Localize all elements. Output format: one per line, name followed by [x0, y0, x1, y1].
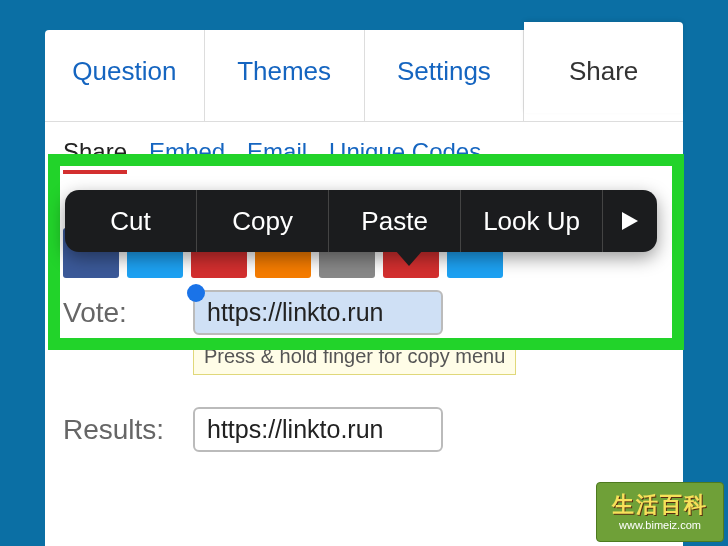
share-panel: Question Themes Settings Share Share Emb… [45, 30, 683, 546]
vote-url-input[interactable]: https://linkto.run [193, 290, 443, 335]
text-context-menu: Cut Copy Paste Look Up [65, 190, 657, 252]
tab-question[interactable]: Question [45, 30, 205, 121]
vote-url-container: https://linkto.run Press & hold finger f… [193, 290, 443, 335]
subtab-unique-codes[interactable]: Unique Codes [329, 138, 481, 174]
selection-handle-icon[interactable] [187, 284, 205, 302]
svg-marker-0 [622, 212, 638, 230]
tab-settings[interactable]: Settings [365, 30, 525, 121]
results-row: Results: https://linkto.run [63, 407, 665, 452]
vote-label: Vote: [63, 297, 173, 329]
menu-paste[interactable]: Paste [329, 190, 461, 252]
share-subtabs: Share Embed Email Unique Codes [45, 122, 683, 180]
subtab-embed[interactable]: Embed [149, 138, 225, 174]
context-menu-container: Cut Copy Paste Look Up [65, 190, 657, 252]
menu-more-icon[interactable] [603, 190, 657, 252]
watermark-url: www.bimeiz.com [619, 519, 701, 532]
tab-share[interactable]: Share [524, 22, 683, 113]
menu-look-up[interactable]: Look Up [461, 190, 603, 252]
copy-tooltip: Press & hold finger for copy menu [193, 338, 516, 375]
menu-copy[interactable]: Copy [197, 190, 329, 252]
watermark-title: 生活百科 [612, 492, 708, 518]
menu-pointer-icon [395, 250, 423, 266]
primary-tabs: Question Themes Settings Share [45, 30, 683, 122]
tab-themes[interactable]: Themes [205, 30, 365, 121]
results-url-input[interactable]: https://linkto.run [193, 407, 443, 452]
share-content: Cut Copy Paste Look Up Vote: https://lin… [45, 180, 683, 462]
results-label: Results: [63, 414, 173, 446]
subtab-email[interactable]: Email [247, 138, 307, 174]
subtab-share[interactable]: Share [63, 138, 127, 174]
watermark-badge: 生活百科 www.bimeiz.com [596, 482, 724, 542]
menu-cut[interactable]: Cut [65, 190, 197, 252]
vote-row: Vote: https://linkto.run Press & hold fi… [63, 290, 665, 335]
